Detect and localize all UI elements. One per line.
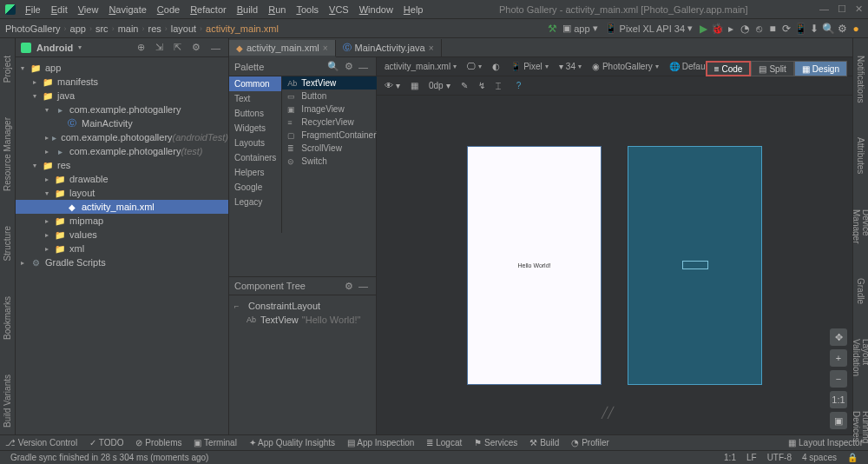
device-type-dropdown[interactable]: 📱 Pixel ▾: [508, 62, 551, 71]
breadcrumb-item[interactable]: res: [148, 23, 161, 34]
canvas-file-dropdown[interactable]: activity_main.xml ▾: [382, 62, 459, 71]
tree-row[interactable]: ▾📁app: [16, 61, 228, 75]
tree-arrow-icon[interactable]: ▾: [21, 64, 30, 72]
palette-category[interactable]: Buttons: [229, 106, 281, 121]
settings-icon[interactable]: ⚙: [835, 22, 849, 36]
tree-row[interactable]: ▸📁mipmap: [16, 214, 228, 228]
breadcrumb-item[interactable]: PhotoGallery: [5, 23, 61, 34]
bottom-tool-version-control[interactable]: ⎇ Version Control: [5, 438, 77, 447]
bottom-tool-build[interactable]: ⚒ Build: [529, 438, 559, 447]
build-icon[interactable]: ⚒: [545, 22, 559, 36]
blueprint-preview[interactable]: [628, 146, 762, 385]
tool-window-notifications[interactable]: Notifications: [856, 56, 865, 103]
zoom-in-button[interactable]: +: [830, 349, 847, 367]
tab-close-icon[interactable]: ×: [429, 43, 434, 53]
bottom-tool-app-inspection[interactable]: ▤ App Inspection: [347, 438, 414, 447]
menu-refactor[interactable]: Refactor: [186, 3, 231, 17]
breadcrumb-item[interactable]: app: [70, 23, 86, 34]
menu-help[interactable]: Help: [399, 3, 428, 17]
orientation-dropdown[interactable]: 🖵 ▾: [464, 62, 484, 71]
tree-row[interactable]: ▾📁layout: [16, 186, 228, 200]
tool-window-resource-manager[interactable]: Resource Manager: [3, 117, 12, 191]
tree-row[interactable]: ▸▸com.example.photogallery (androidTest): [16, 130, 228, 144]
blueprint-textview-box[interactable]: [682, 261, 708, 269]
menu-window[interactable]: Window: [355, 3, 398, 17]
tree-arrow-icon[interactable]: ▸: [45, 148, 54, 156]
tool-constraint-icon[interactable]: ↯: [476, 81, 488, 90]
user-icon[interactable]: ●: [849, 22, 863, 36]
gear-icon[interactable]: ⚙: [189, 42, 203, 53]
pan-icon[interactable]: ✥: [830, 328, 847, 346]
scroll-from-source-icon[interactable]: ⊕: [135, 42, 148, 53]
tree-arrow-icon[interactable]: ▸: [33, 78, 42, 86]
canvas-body[interactable]: Hello World! ╱╱ ✥ + − 1:1 ▣: [377, 96, 852, 434]
bottom-tool-logcat[interactable]: ≣ Logcat: [426, 438, 462, 447]
help-icon[interactable]: ?: [514, 81, 524, 90]
avd-icon[interactable]: 📱: [793, 22, 807, 36]
palette-category[interactable]: Google: [229, 180, 281, 195]
run-config-dropdown[interactable]: ▣ app ▾: [559, 23, 601, 34]
stop-icon[interactable]: ■: [766, 22, 779, 36]
bottom-tool-app-quality-insights[interactable]: ✦ App Quality Insights: [249, 438, 335, 447]
tree-row[interactable]: ▾📁res: [16, 158, 228, 172]
breadcrumb-item[interactable]: src: [95, 23, 108, 34]
tree-arrow-icon[interactable]: ▸: [21, 259, 30, 267]
bottom-tool-services[interactable]: ⚑ Services: [474, 438, 517, 447]
tool-spacer-icon[interactable]: ✎: [458, 81, 470, 90]
coverage-icon[interactable]: ▸: [724, 22, 738, 36]
breadcrumb-item[interactable]: main: [118, 23, 139, 34]
profile-icon[interactable]: ◔: [738, 22, 752, 36]
tab-close-icon[interactable]: ×: [323, 43, 328, 53]
zoom-reset-button[interactable]: ▣: [830, 412, 847, 429]
palette-hide-icon[interactable]: —: [356, 62, 371, 72]
expand-icon[interactable]: ⇱: [171, 42, 184, 53]
surface-icon[interactable]: ▦: [408, 81, 421, 90]
menu-code[interactable]: Code: [153, 3, 184, 17]
zoom-fit-button[interactable]: 1:1: [830, 391, 847, 408]
tree-row[interactable]: ▸📁manifests: [16, 75, 228, 89]
tree-row[interactable]: ▸📁drawable: [16, 172, 228, 186]
palette-gear-icon[interactable]: ⚙: [342, 61, 356, 72]
resize-handle-icon[interactable]: ╱╱: [602, 407, 614, 419]
search-icon[interactable]: 🔍: [821, 22, 835, 36]
close-button[interactable]: ✕: [855, 3, 863, 15]
code-view-button[interactable]: ≡ Code: [706, 61, 752, 76]
tree-row[interactable]: ◆activity_main.xml: [16, 200, 228, 214]
night-mode-icon[interactable]: ◐: [490, 62, 503, 71]
tool-guideline-icon[interactable]: ⌶: [493, 81, 503, 90]
ctree-gear-icon[interactable]: ⚙: [342, 281, 356, 292]
tree-arrow-icon[interactable]: ▾: [33, 92, 42, 100]
sync-icon[interactable]: ⟳: [779, 22, 793, 36]
view-options-icon[interactable]: 👁 ▾: [382, 81, 403, 90]
bottom-tool-problems[interactable]: ⊘ Problems: [135, 438, 181, 447]
tree-row[interactable]: ▸⚙Gradle Scripts: [16, 255, 228, 269]
device-dropdown[interactable]: 📱 Pixel XL API 34 ▾: [602, 23, 696, 34]
zoom-dropdown[interactable]: 0dp ▾: [426, 81, 453, 90]
menu-navigate[interactable]: Navigate: [104, 3, 150, 17]
bottom-tool-terminal[interactable]: ▣ Terminal: [194, 438, 236, 447]
palette-category[interactable]: Legacy: [229, 195, 281, 209]
bottom-tool-profiler[interactable]: ◔ Profiler: [571, 438, 608, 447]
design-view-button[interactable]: ▦ Design: [794, 61, 847, 76]
tree-row[interactable]: ▸📁values: [16, 228, 228, 242]
bottom-tool-layout-inspector[interactable]: ▦ Layout Inspector: [788, 438, 863, 447]
menu-file[interactable]: File: [21, 3, 45, 17]
split-view-button[interactable]: ▤ Split: [751, 61, 793, 76]
tree-arrow-icon[interactable]: ▾: [45, 189, 54, 197]
tree-arrow-icon[interactable]: ▸: [45, 217, 54, 225]
palette-category[interactable]: Helpers: [229, 165, 281, 180]
menu-view[interactable]: View: [74, 3, 103, 17]
palette-search-icon[interactable]: 🔍: [325, 61, 342, 72]
menu-edit[interactable]: Edit: [47, 3, 72, 17]
tree-row[interactable]: ▸▸com.example.photogallery (test): [16, 144, 228, 158]
tree-row[interactable]: ▾▸com.example.photogallery: [16, 103, 228, 116]
tree-arrow-icon[interactable]: ▾: [45, 106, 54, 114]
project-view-dropdown[interactable]: Android: [36, 43, 73, 53]
minimize-button[interactable]: —: [819, 3, 829, 15]
line-ending[interactable]: LF: [741, 453, 762, 462]
palette-category[interactable]: Text: [229, 91, 281, 106]
tool-window-project[interactable]: Project: [3, 56, 12, 83]
lock-icon[interactable]: 🔒: [842, 453, 863, 462]
editor-tab[interactable]: ◆activity_main.xml×: [229, 40, 336, 57]
tool-window-bookmarks[interactable]: Bookmarks: [3, 296, 12, 340]
